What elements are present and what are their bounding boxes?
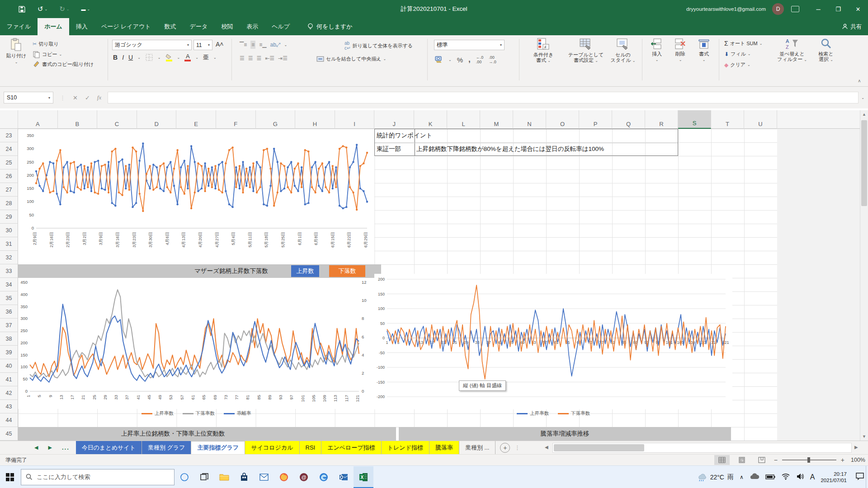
row-header-44[interactable]: 44 <box>0 413 18 427</box>
ribbon-tab-2[interactable]: 挿入 <box>69 18 94 35</box>
conditional-formatting-button[interactable]: ≠ 条件付き書式 ⌄ <box>524 38 563 64</box>
task-view-icon[interactable] <box>194 466 214 488</box>
align-bottom-button[interactable]: ≡▁ <box>259 42 266 48</box>
column-header-L[interactable]: L <box>447 110 480 129</box>
cancel-icon[interactable]: ✕ <box>73 94 78 101</box>
ribbon-tab-1[interactable]: ホーム <box>38 18 69 35</box>
ime-indicator[interactable]: A <box>810 473 815 481</box>
row-header-23[interactable]: 23 <box>0 129 18 142</box>
column-header-Q[interactable]: Q <box>612 110 645 129</box>
column-header-T[interactable]: T <box>711 110 744 129</box>
row-header-39[interactable]: 39 <box>0 346 18 359</box>
taskbar-clock[interactable]: 20:172021/07/01 <box>821 471 847 483</box>
avatar[interactable]: D <box>772 3 784 15</box>
sheet-tab-8[interactable]: 業種別 ... <box>459 441 495 454</box>
hidden-icons-chevron[interactable]: ∧ <box>740 474 744 480</box>
decrease-indent-button[interactable]: ⇤☰ <box>265 55 274 61</box>
borders-dropdown[interactable]: ⌄ <box>158 56 161 60</box>
grow-font-button[interactable]: A˄ <box>216 41 224 48</box>
start-button[interactable] <box>0 466 20 488</box>
insert-function-icon[interactable]: fx <box>97 94 101 101</box>
ribbon-tab-6[interactable]: 校閲 <box>214 18 240 35</box>
zoom-level[interactable]: 100% <box>851 457 865 463</box>
align-middle-button[interactable]: ≡ <box>250 41 255 49</box>
row-header-41[interactable]: 41 <box>0 373 18 386</box>
row-header-30[interactable]: 30 <box>0 224 18 237</box>
minimize-button[interactable]: ─ <box>808 0 828 18</box>
column-header-O[interactable]: O <box>546 110 579 129</box>
row-header-40[interactable]: 40 <box>0 359 18 373</box>
sheet-tab-3[interactable]: サイコロジカル <box>245 441 299 454</box>
store-icon[interactable] <box>234 466 254 488</box>
taskbar-search-input[interactable]: ここに入力して検索 <box>21 469 175 485</box>
column-header-A[interactable]: A <box>18 110 58 129</box>
onedrive-icon[interactable] <box>750 473 760 481</box>
underline-dropdown[interactable]: ⌄ <box>137 56 141 60</box>
row-header-35[interactable]: 35 <box>0 291 18 305</box>
row-header-28[interactable]: 28 <box>0 197 18 210</box>
close-button[interactable]: ✕ <box>848 0 868 18</box>
vertical-scroll-thumb[interactable] <box>861 120 867 206</box>
wrap-text-button[interactable]: abc↵折り返して全体を表示する <box>344 41 413 51</box>
scroll-down-arrow[interactable]: ▼ <box>860 432 868 441</box>
column-header-P[interactable]: P <box>579 110 612 129</box>
ribbon-tab-5[interactable]: データ <box>183 18 215 35</box>
column-header-U[interactable]: U <box>744 110 777 129</box>
row-header-36[interactable]: 36 <box>0 305 18 319</box>
share-button[interactable]: 共有 <box>837 18 866 35</box>
fill-button[interactable]: ⬇フィル⌄ <box>724 51 751 57</box>
orientation-button[interactable]: ab⤢ <box>270 42 280 48</box>
underline-button[interactable]: U <box>128 54 133 61</box>
number-format-combo[interactable]: 標準▾ <box>434 40 505 50</box>
row-header-42[interactable]: 42 <box>0 386 18 400</box>
column-header-M[interactable]: M <box>480 110 513 129</box>
wifi-icon[interactable] <box>781 473 790 482</box>
cut-button[interactable]: ✂切り取り <box>33 41 59 47</box>
phonetic-dropdown[interactable]: ⌄ <box>213 56 217 60</box>
column-header-B[interactable]: B <box>58 110 98 129</box>
normal-view-button[interactable] <box>714 455 730 465</box>
percent-style-button[interactable]: % <box>457 56 463 64</box>
chart-mothers-updown[interactable]: 0501001502002503003504004500246810121591… <box>18 278 374 409</box>
row-header-29[interactable]: 29 <box>0 210 18 224</box>
row-header-32[interactable]: 32 <box>0 251 18 264</box>
row-header-33[interactable]: 33 <box>0 264 18 278</box>
borders-icon[interactable] <box>145 53 153 61</box>
column-header-E[interactable]: E <box>176 110 216 129</box>
row-header-45[interactable]: 45 <box>0 427 18 441</box>
redo-button[interactable]: ↻⌄ <box>59 5 69 13</box>
merge-center-button[interactable]: セルを結合して中央揃え⌄ <box>316 55 386 63</box>
at-mail-icon[interactable]: @ <box>294 466 314 488</box>
sort-filter-button[interactable]: AZ 並べ替えとフィルター ⌄ <box>774 38 810 63</box>
action-center-icon[interactable] <box>855 472 864 482</box>
horizontal-scroll-thumb[interactable] <box>554 444 644 451</box>
align-right-button[interactable]: ☰ <box>257 55 262 61</box>
column-header-D[interactable]: D <box>137 110 177 129</box>
cortana-icon[interactable] <box>175 466 194 488</box>
vertical-scrollbar[interactable]: ▲ ▼ <box>860 110 868 441</box>
chart-advance-decline[interactable]: -200-150-100-500501001502001591317212529… <box>374 274 732 409</box>
column-header-N[interactable]: N <box>513 110 546 129</box>
account-email[interactable]: dryyourtearswithlove1@gmail.com <box>686 6 766 12</box>
insert-cells-button[interactable]: 挿入⌄ <box>646 38 667 63</box>
fill-color-dropdown[interactable]: ⌄ <box>177 56 180 60</box>
battery-icon[interactable] <box>765 473 775 481</box>
row-header-26[interactable]: 26 <box>0 169 18 183</box>
collapse-ribbon-button[interactable]: ˄ <box>858 79 861 84</box>
chart-tosho-updown[interactable]: 0501001502002503003502月9日2月16日2月23日3月2日3… <box>18 129 374 265</box>
sheet-tab-2[interactable]: 主要指標グラフ <box>191 441 245 454</box>
align-top-button[interactable]: ▔≡ <box>240 42 247 48</box>
sheet-tab-5[interactable]: エンベロープ指標 <box>321 441 382 454</box>
page-break-view-button[interactable] <box>754 455 769 465</box>
outlook-icon[interactable] <box>334 466 354 488</box>
copy-button[interactable]: コピー⌄ <box>33 51 62 58</box>
column-header-R[interactable]: R <box>645 110 678 129</box>
mail-app-icon[interactable] <box>254 466 274 488</box>
formula-input[interactable] <box>108 92 859 103</box>
weather-widget[interactable]: 22°C雨 <box>696 473 734 482</box>
paste-button[interactable]: 貼り付け⌄ <box>5 38 28 65</box>
volume-icon[interactable] <box>796 473 804 482</box>
undo-button[interactable]: ↺⌄ <box>38 5 47 13</box>
hscroll-right-arrow[interactable]: ▶ <box>854 445 858 450</box>
ribbon-tab-4[interactable]: 数式 <box>158 18 183 35</box>
